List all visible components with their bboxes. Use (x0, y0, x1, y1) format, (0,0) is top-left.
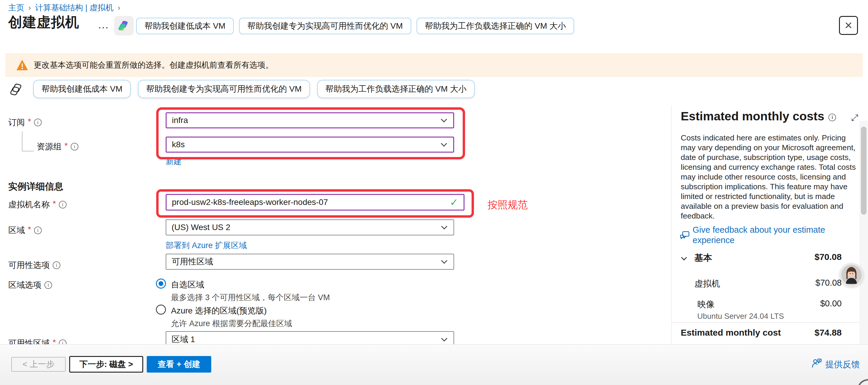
info-glyph: i (37, 120, 39, 125)
edge-zone-link[interactable]: 部署到 Azure 扩展区域 (166, 240, 247, 251)
annotation-text: 按照规范 (488, 198, 528, 212)
availability-options-dropdown[interactable]: 可用性区域 (166, 254, 454, 270)
info-glyph: i (74, 144, 75, 150)
vm-name-label-text: 虚拟机名称 (8, 199, 50, 210)
collapse-panel-button[interactable]: ⤢ (849, 113, 860, 123)
cost-item-image-amount: $0.00 (760, 299, 842, 309)
scrollbar-thumb[interactable] (861, 127, 867, 215)
copilot-suggestions-header: 帮助我创建低成本 VM 帮助我创建专为实现高可用性而优化的 VM 帮助我为工作负… (136, 18, 574, 34)
close-button[interactable]: ✕ (839, 16, 858, 35)
radio-dot (159, 281, 163, 286)
region-label: 区域 * i (8, 225, 42, 236)
zone-option-azure-label[interactable]: Azure 选择的区域(预览版) (171, 305, 267, 316)
subscription-label-text: 订阅 (8, 117, 25, 128)
availability-options-label-text: 可用性选项 (8, 260, 50, 271)
close-icon: ✕ (844, 20, 853, 31)
info-glyph: i (48, 282, 49, 288)
info-icon[interactable]: i (44, 281, 52, 289)
copilot-button[interactable] (114, 16, 134, 35)
vm-name-input[interactable] (166, 197, 450, 207)
suggestion-right-size-button[interactable]: 帮助我为工作负载选择正确的 VM 大小 (416, 18, 575, 34)
instance-details-heading: 实例详细信息 (8, 181, 63, 193)
subscription-dropdown[interactable]: infra (166, 113, 454, 128)
cost-item-vm-amount: $70.08 (760, 278, 842, 288)
zone-option-azure-desc: 允许 Azure 根据需要分配最佳区域 (171, 318, 292, 329)
suggestion-right-size-button[interactable]: 帮助我为工作负载选择正确的 VM 大小 (317, 80, 475, 98)
info-icon[interactable]: i (53, 261, 60, 269)
cost-panel-description: Costs indicated here are estimates only.… (681, 133, 857, 221)
cost-group-name: 基本 (694, 252, 712, 264)
review-create-button[interactable]: 查看 + 创建 (147, 356, 211, 373)
chevron-down-icon (441, 258, 447, 264)
suggestion-low-cost-button[interactable]: 帮助我创建低成本 VM (136, 18, 234, 34)
info-glyph: i (832, 115, 833, 120)
region-dropdown[interactable]: (US) West US 2 (166, 219, 454, 235)
required-asterisk: * (28, 225, 31, 234)
provide-feedback-link[interactable]: 提供反馈 (826, 359, 860, 371)
radio-self-selected-zones[interactable] (156, 279, 166, 289)
zone-option-self-label[interactable]: 自选区域 (171, 279, 204, 290)
copilot-icon (118, 19, 130, 32)
zone-option-self-desc: 最多选择 3 个可用性区域，每个区域一台 VM (171, 292, 330, 303)
chevron-down-icon (441, 140, 447, 147)
availability-options-value: 可用性区域 (172, 256, 213, 267)
subscription-label: 订阅 * i (8, 117, 42, 128)
breadcrumb: 主页 › 计算基础结构 | 虚拟机 › (8, 2, 120, 13)
region-label-text: 区域 (8, 225, 25, 236)
suggestion-high-availability-button[interactable]: 帮助我创建专为实现高可用性而优化的 VM (138, 80, 310, 98)
feedback-bubbles-icon[interactable] (680, 231, 690, 241)
page-title: 创建虚拟机 (8, 13, 79, 32)
breadcrumb-chevron-icon: › (28, 3, 31, 12)
resource-group-value: k8s (172, 140, 185, 149)
copilot-outline-icon[interactable] (9, 82, 24, 97)
total-cost-amount: $74.88 (760, 328, 842, 338)
next-disks-button[interactable]: 下一步: 磁盘 > (69, 356, 143, 373)
estimate-feedback-link[interactable]: Give feedback about your estimate experi… (692, 225, 849, 246)
availability-options-label: 可用性选项 i (8, 260, 60, 271)
cost-item-image-name: 映像 (697, 299, 714, 311)
copilot-suggestions-inline: 帮助我创建低成本 VM 帮助我创建专为实现高可用性而优化的 VM 帮助我为工作负… (33, 80, 475, 98)
info-icon[interactable]: i (34, 119, 42, 126)
divider (672, 322, 868, 323)
breadcrumb-chevron-icon: › (118, 3, 120, 12)
chevron-down-icon[interactable] (681, 255, 687, 260)
create-vm-page: 主页 › 计算基础结构 | 虚拟机 › 创建虚拟机 … 帮助我创建低成本 VM … (0, 0, 868, 385)
info-icon[interactable]: i (59, 201, 67, 208)
chevron-down-icon (441, 335, 447, 342)
vm-name-label: 虚拟机名称 * i (8, 199, 67, 210)
info-glyph: i (56, 262, 57, 268)
suggestion-low-cost-button[interactable]: 帮助我创建低成本 VM (33, 80, 131, 98)
avatar[interactable] (840, 263, 863, 287)
suggestion-high-availability-button[interactable]: 帮助我创建专为实现高可用性而优化的 VM (239, 18, 411, 34)
resource-group-label: 资源组 * i (37, 141, 79, 152)
zone-options-label: 区域选项 i (8, 280, 52, 291)
subscription-value: infra (172, 116, 188, 125)
availability-zone-value: 区域 1 (172, 334, 195, 345)
vm-name-field: ✓ (166, 194, 464, 211)
overflow-menu-button[interactable]: … (98, 18, 109, 31)
cost-panel-title-text: Estimated monthly costs (681, 109, 824, 123)
create-new-link[interactable]: 新建 (166, 156, 182, 167)
chevron-down-icon (441, 116, 447, 122)
checkmark-icon: ✓ (450, 196, 464, 208)
cost-item-vm-name: 虚拟机 (694, 278, 720, 290)
info-glyph: i (37, 227, 39, 233)
warning-icon (17, 60, 28, 70)
breadcrumb-section-link[interactable]: 计算基础结构 | 虚拟机 (35, 2, 114, 13)
required-asterisk: * (53, 199, 56, 208)
breadcrumb-home-link[interactable]: 主页 (8, 2, 24, 13)
collapse-icon: ⤢ (851, 113, 858, 123)
footer-bar: < 上一步 下一步: 磁盘 > 查看 + 创建 提供反馈 (0, 344, 868, 385)
warning-banner: 更改基本选项可能会重置所做的选择。创建虚拟机前查看所有选项。 (5, 53, 863, 77)
radio-azure-selected-zones[interactable] (156, 304, 166, 315)
connector-line (22, 151, 34, 151)
info-icon[interactable]: i (34, 226, 42, 234)
warning-text: 更改基本选项可能会重置所做的选择。创建虚拟机前查看所有选项。 (34, 60, 273, 70)
cost-group-amount: $70.08 (760, 252, 842, 262)
info-glyph: i (62, 202, 64, 207)
chevron-down-icon (441, 223, 447, 229)
previous-button[interactable]: < 上一步 (11, 357, 66, 372)
resource-group-dropdown[interactable]: k8s (166, 137, 454, 153)
info-icon[interactable]: i (828, 114, 836, 121)
info-icon[interactable]: i (71, 143, 79, 151)
